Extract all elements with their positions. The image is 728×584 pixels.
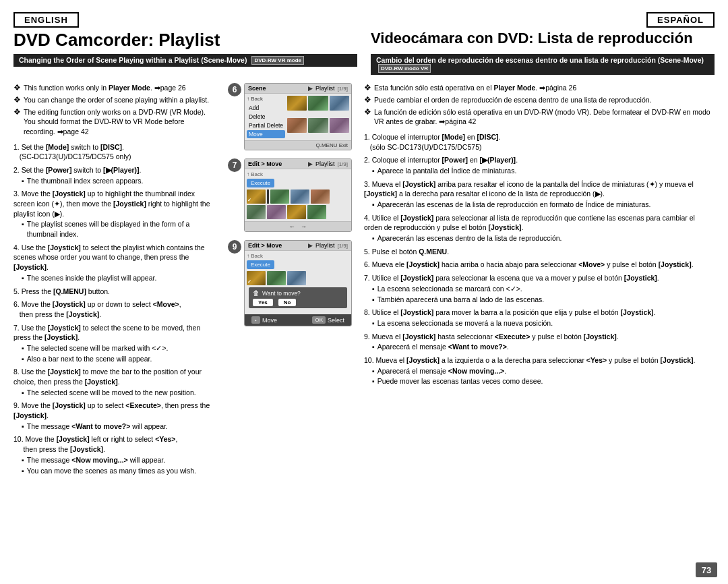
thumbnail xyxy=(267,271,286,285)
lang-badge-english: ENGLISH xyxy=(13,12,79,28)
step-item: 6. Move the [Joystick] up or down to sel… xyxy=(13,299,216,319)
step-item-es: 1. Coloque el interruptor [Mode] en [DIS… xyxy=(364,132,715,152)
screen-6-menu: ↑ Back Add Delete Partial Delete Move xyxy=(247,96,285,138)
no-button[interactable]: No xyxy=(278,299,297,306)
thumbnail xyxy=(287,118,307,133)
dvd-badge-right: DVD-RW modo VR xyxy=(378,64,431,73)
screen-6: Scene ▶ Playlist [1/9] ↑ Back Add Delete xyxy=(244,83,352,150)
screen-7-header: Edit > Move ▶ Playlist [1/9] xyxy=(245,159,351,169)
lang-badge-espanol: ESPAÑOL xyxy=(646,12,715,28)
want-to-move-box: 🗑 Want to move? Yes No xyxy=(249,287,347,308)
thumbnail xyxy=(330,96,349,111)
bullet-item: ❖ La función de edición sólo está operat… xyxy=(364,107,715,127)
ok-icon: OK xyxy=(312,316,326,324)
step-item: 5. Press the [Q.MENU] button. xyxy=(13,287,216,297)
center-column: 6 Scene ▶ Playlist [1/9] ↑ Back Add xyxy=(222,83,357,577)
dvd-badge-left: DVD-RW VR mode xyxy=(251,56,304,65)
step-item: 7. Use the [Joystick] to select the scen… xyxy=(13,323,216,364)
thumbnails-grid-6 xyxy=(287,96,349,138)
screen-num-7: 7 xyxy=(228,158,241,172)
execute-button-9[interactable]: Execute xyxy=(247,260,274,269)
step-item: 1. Set the [Mode] switch to [DISC]. (SC-… xyxy=(13,142,216,162)
page-title-spanish: Videocámara con DVD: Lista de reproducci… xyxy=(371,30,715,47)
thumbnail xyxy=(311,189,330,204)
thumbnail: ✓ xyxy=(247,189,266,204)
execute-button-7[interactable]: Execute xyxy=(247,179,274,187)
thumbnail: ✓ xyxy=(247,271,266,285)
bullet-item: ❖ The editing function only works on a D… xyxy=(13,107,216,137)
section-bar-spanish: Cambio del orden de reproducción de esce… xyxy=(371,54,715,76)
menu-delete[interactable]: Delete xyxy=(247,113,285,121)
bullet-item: ❖ Puede cambiar el orden de reproducción… xyxy=(364,95,715,106)
screen-6-body: ↑ Back Add Delete Partial Delete Move xyxy=(245,94,351,140)
thumbnail xyxy=(287,205,306,219)
step-item: 9. Move the [Joystick] up to select <Exe… xyxy=(13,401,216,431)
nav-move: ⬩ Move xyxy=(251,316,277,324)
spanish-bullets: ❖ Esta función sólo está operativa en el… xyxy=(364,83,715,127)
screen-6-header: Scene ▶ Playlist [1/9] xyxy=(245,84,351,94)
bullet-item: ❖ This function works only in Player Mod… xyxy=(13,83,216,94)
step-item-es: 8. Utilice el [Joystick] para mover la b… xyxy=(364,308,715,328)
step-item: 8. Use the [Joystick] to move the bar to… xyxy=(13,367,216,397)
spanish-steps: 1. Coloque el interruptor [Mode] en [DIS… xyxy=(364,132,715,386)
thumbnail xyxy=(330,118,349,133)
screen-7-footer: ← → xyxy=(245,221,351,231)
title-left: DVD Camcorder: Playlist xyxy=(13,30,364,50)
thumbnail xyxy=(287,271,306,285)
step-item-es: 6. Mueva ele [Joystick] hacia arriba o h… xyxy=(364,260,715,270)
thumbnail xyxy=(291,189,309,204)
right-column: ❖ Esta función sólo está operativa en el… xyxy=(357,83,715,577)
yes-button[interactable]: Yes xyxy=(253,299,273,306)
menu-partial-delete[interactable]: Partial Delete xyxy=(247,121,285,129)
bullet-item: ❖ Esta función sólo está operativa en el… xyxy=(364,83,715,94)
main-content: ❖ This function works only in Player Mod… xyxy=(13,83,715,577)
step-item-es: 9. Mueva el [Joystick] hasta seleccionar… xyxy=(364,332,715,352)
thumbnail xyxy=(307,205,326,219)
menu-add[interactable]: Add xyxy=(247,104,285,112)
menu-move[interactable]: Move xyxy=(247,130,285,138)
step-item: 3. Move the [Joystick] up to highlight t… xyxy=(13,189,216,239)
title-right: Videocámara con DVD: Lista de reproducci… xyxy=(364,30,715,50)
section-bar-english: Changing the Order of Scene Playing with… xyxy=(13,54,357,67)
step-item-es: 3. Mueva el [Joystick] arriba para resal… xyxy=(364,179,715,210)
move-icon: ⬩ xyxy=(251,316,260,324)
screen-9: Edit > Move ▶ Playlist [1/9] ↑ Back Exec… xyxy=(244,240,352,326)
screen-9-body: ↑ Back Execute ✓ 🗑 Want t xyxy=(245,251,351,312)
step-item-es: 10. Mueva el [Joystick] a la izquierda o… xyxy=(364,355,715,386)
step-item: 2. Set the [Power] switch to [▶(Player)]… xyxy=(13,165,216,185)
step-item-es: 5. Pulse el botón Q.MENU. xyxy=(364,247,715,257)
screen-num-9: 9 xyxy=(228,240,241,254)
screen-9-header: Edit > Move ▶ Playlist [1/9] xyxy=(245,241,351,251)
screen-7-body: ↑ Back Execute ✓ xyxy=(245,169,351,221)
thumbnail xyxy=(267,205,286,219)
step-item-es: 2. Coloque el interruptor [Power] en [▶(… xyxy=(364,155,715,175)
screen-6-footer: Q.MENU Exit xyxy=(245,140,351,150)
screen-num-6: 6 xyxy=(228,83,241,96)
yes-no-row: Yes No xyxy=(253,299,296,306)
nav-select: OK Select xyxy=(312,316,344,324)
titles-row: DVD Camcorder: Playlist Videocámara con … xyxy=(13,30,715,50)
step-item-es: 4. Utilice el [Joystick] para selecciona… xyxy=(364,213,715,243)
page-number: 73 xyxy=(696,562,717,577)
left-column: ❖ This function works only in Player Mod… xyxy=(13,83,222,577)
thumbnail xyxy=(308,96,328,111)
thumbnail xyxy=(308,118,328,133)
thumb-row-7b xyxy=(247,205,349,219)
english-steps: 1. Set the [Mode] switch to [DISC]. (SC-… xyxy=(13,142,216,476)
step-item-es: 7. Utilice el [Joystick] para selecciona… xyxy=(364,273,715,304)
thumbnail xyxy=(287,96,307,111)
bullet-item: ❖ You can change the order of scene play… xyxy=(13,95,216,106)
page-container: ENGLISH ESPAÑOL DVD Camcorder: Playlist … xyxy=(0,0,728,584)
thumb-row-7a: ✓ xyxy=(247,189,349,204)
step-item: 10. Move the [Joystick] left or right to… xyxy=(13,434,216,475)
bar-indicator xyxy=(267,189,269,204)
thumbnail xyxy=(247,205,266,219)
lang-header: ENGLISH ESPAÑOL xyxy=(13,12,715,28)
page-title-english: DVD Camcorder: Playlist xyxy=(13,30,351,50)
english-bullets: ❖ This function works only in Player Mod… xyxy=(13,83,216,136)
thumbnail xyxy=(270,189,289,204)
thumb-row-9a: ✓ xyxy=(247,271,349,285)
step-item: 4. Use the [Joystick] to select the play… xyxy=(13,243,216,283)
screen-7: Edit > Move ▶ Playlist [1/9] ↑ Back Exec… xyxy=(244,158,352,232)
bottom-nav: ⬩ Move OK Select xyxy=(245,314,351,326)
